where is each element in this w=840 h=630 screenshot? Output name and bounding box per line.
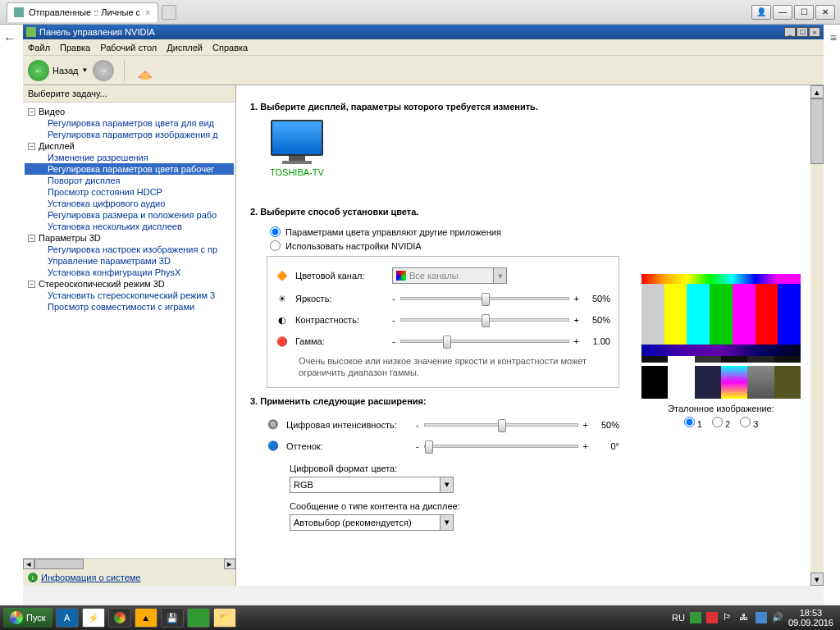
chevron-down-icon[interactable]: ▾ [440,477,453,492]
user-icon[interactable]: 👤 [751,5,771,20]
taskbar-nvidia[interactable] [187,608,210,628]
menu-help[interactable]: Справка [212,43,248,52]
content-type-select[interactable]: Автовыбор (рекомендуется) ▾ [290,514,454,531]
contrast-label: Контрастность: [295,315,386,325]
ref-radio-1[interactable]: 1 [684,417,702,429]
vibrance-slider[interactable] [424,423,578,427]
scroll-up-icon[interactable]: ▴ [810,85,824,98]
toolbar: ← Назад ▼ → [23,56,824,85]
tree-item[interactable]: Управление параметрами 3D [25,255,234,267]
vibrance-icon: 🔘 [267,418,280,431]
content-scrollbar[interactable]: ▴ ▾ [810,85,824,586]
scroll-right-icon[interactable]: ▸ [224,559,235,569]
tree-item[interactable]: Регулировка размера и положения рабо [25,209,234,221]
tree-group[interactable]: −Параметры 3D [25,232,234,244]
color-format-label: Цифровой формат цвета: [290,463,619,473]
browser-tab[interactable]: Отправленные :: Личные с × [7,2,158,22]
tree-item[interactable]: Просмотр совместимости с играми [25,301,234,313]
taskbar-aimp[interactable]: ▲ [135,608,158,628]
back-button[interactable]: ← [28,60,49,81]
maximize-button[interactable]: ☐ [794,5,814,20]
gamma-value: 1.00 [584,336,610,346]
start-button[interactable]: Пуск [3,608,52,628]
radio-nvidia-label: Использовать настройки NVIDIA [285,241,422,251]
radio-other-label: Параметрами цвета управляют другие прило… [285,227,501,237]
contrast-slider[interactable] [400,318,569,322]
tree-item[interactable]: Установка нескольких дисплеев [25,221,234,232]
tray-app-icon[interactable] [756,612,767,623]
back-dropdown-icon[interactable]: ▼ [82,66,89,74]
tree-item[interactable]: Регулировка параметров цвета для вид [25,117,234,129]
channel-label: Цветовой канал: [295,271,386,281]
tree-item[interactable]: Регулировка параметров цвета рабочег [25,163,234,175]
tray-network-icon[interactable]: 🖧 [739,612,751,623]
tree-item[interactable]: Просмотр состояния HDCP [25,186,234,198]
scroll-thumb[interactable] [34,559,84,569]
close-button[interactable]: ✕ [815,5,835,20]
taskbar-app-2[interactable]: ⚡ [82,608,105,628]
menu-edit[interactable]: Правка [60,43,90,52]
collapse-icon[interactable]: − [28,108,35,116]
tray-nvidia-icon[interactable] [690,612,701,623]
ref-radio-3[interactable]: 3 [740,417,758,429]
scroll-thumb[interactable] [810,98,824,164]
app-minimize-button[interactable]: _ [784,27,796,37]
taskbar-chrome[interactable] [108,608,131,628]
menu-desktop[interactable]: Рабочий стол [100,43,157,52]
collapse-icon[interactable]: − [28,235,35,242]
browser-back-icon[interactable]: ← [3,31,16,46]
collapse-icon[interactable]: − [28,281,35,288]
scroll-down-icon[interactable]: ▾ [810,573,824,586]
app-close-button[interactable]: × [809,27,820,37]
color-format-select[interactable]: RGB ▾ [290,477,454,493]
browser-menu-icon[interactable]: ≡ [830,31,837,44]
reference-label: Эталонное изображение: [641,404,801,413]
taskbar-app-5[interactable]: 💾 [161,608,184,628]
taskbar-explorer[interactable]: 📁 [213,608,236,628]
close-icon[interactable]: × [145,7,150,17]
new-tab-button[interactable] [162,5,176,20]
back-label: Назад [52,66,79,75]
clock[interactable]: 18:53 09.09.2016 [788,608,833,628]
contrast-icon: ◐ [276,313,289,326]
chevron-down-icon[interactable]: ▾ [440,515,453,530]
language-indicator[interactable]: RU [672,613,685,623]
brightness-value: 50% [584,294,610,304]
home-button[interactable] [135,60,156,81]
brightness-slider[interactable] [400,297,569,300]
forward-button[interactable]: → [93,60,114,81]
display-thumbnail[interactable]: TOSHIBA-TV [270,120,324,177]
tree-item[interactable]: Поворот дисплея [25,175,234,186]
radio-nvidia[interactable] [270,240,281,251]
menu-display[interactable]: Дисплей [167,43,203,52]
channel-select[interactable]: Все каналы ▾ [392,267,507,284]
minimize-button[interactable]: — [773,5,792,20]
radio-other-apps[interactable] [270,226,281,237]
tree-item[interactable]: Установка конфигурации PhysX [25,267,234,278]
tree-group[interactable]: −Дисплей [25,140,234,152]
ref-radio-2[interactable]: 2 [712,417,730,429]
app-maximize-button[interactable]: ☐ [797,27,808,37]
tree-item[interactable]: Регулировка параметров изображения д [25,129,234,140]
hue-slider[interactable] [424,445,578,448]
tree-item[interactable]: Регулировка настроек изображения с пр [25,244,234,255]
nvidia-icon [26,27,36,37]
collapse-icon[interactable]: − [28,143,35,150]
tray-flag-icon[interactable]: 🏳 [723,612,734,623]
gamma-slider[interactable] [400,340,569,343]
tree-scrollbar[interactable]: ◂ ▸ [23,558,235,569]
tree-item[interactable]: Изменение разрешения [25,152,234,163]
tray-volume-icon[interactable]: 🔊 [772,612,783,623]
menu-file[interactable]: Файл [28,43,50,52]
tray-antivirus-icon[interactable] [706,612,718,623]
hue-label: Оттенок: [286,441,409,451]
chevron-down-icon[interactable]: ▾ [493,268,506,283]
hue-icon: 🔵 [267,440,280,453]
tree-group[interactable]: −Стереоскопический режим 3D [25,278,234,290]
tree-group[interactable]: −Видео [25,106,234,117]
tree-item[interactable]: Установить стереоскопический режим 3 [25,290,234,301]
taskbar-app-1[interactable]: A [56,608,79,628]
system-info-link[interactable]: i Информация о системе [23,569,235,586]
scroll-left-icon[interactable]: ◂ [23,559,34,569]
tree-item[interactable]: Установка цифрового аудио [25,198,234,209]
